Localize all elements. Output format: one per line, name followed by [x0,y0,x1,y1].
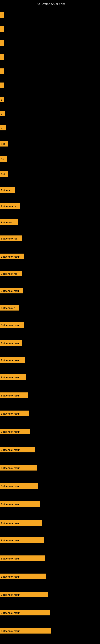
bar-item: Bot [0,141,8,147]
bar-item: Bottleneck result [0,483,38,490]
bar-label: Bottleneck re [0,203,20,209]
bar-item: Bottleneck result [0,556,45,562]
bar-label: Bottleneck result [0,357,25,363]
bar-item: Bottleneck result [0,429,30,435]
bar-item: E [0,111,5,117]
bar-item: Bottleneck result [0,374,26,381]
bar-item: Bottleneck result [0,447,35,453]
bar-item: B [0,125,6,131]
site-title: TheBottlenecker.com [0,1,100,8]
bar-item [0,68,3,75]
bar-label: Bottleneck result [0,322,24,328]
bar-item: Bottleneck res [0,271,22,277]
bar-label: B [0,125,6,130]
bar-item: Bottleneck result [0,501,40,508]
bar-item: Bottleneck resu [0,340,22,346]
bar-item: Bottleneck r [0,305,19,311]
bar-label [0,82,3,88]
bar-label: Bottleneck result [0,610,50,616]
bar-item: Bo [0,156,7,162]
bar-label: Bottleneck result [0,254,24,259]
bar-label [0,12,3,18]
bar-label: Bottleneck res [0,271,22,276]
bar-item: Bottleneck result [0,357,25,364]
bar-item: Bottleneck re [0,203,20,210]
bar-label: Bottleneck resu [0,340,22,346]
bar-item: Bot [0,171,8,178]
bar-label: Bottleneck result [0,483,38,489]
bar-label: Bottleneck result [0,465,37,470]
bar-label: Bottleneck res [0,236,22,241]
bar-item: r [0,54,4,61]
bar-label: Bottleneck result [0,374,26,380]
bar-label: Bottleneck result [0,628,51,634]
bar-item: Bottleneck result [0,254,24,260]
bar-label: Bottleneck result [0,574,47,579]
bar-item [0,40,3,47]
bar-item: Bottleneck result [0,628,51,634]
bar-label: Bottleneck result [0,410,29,416]
bar-item: Bottleneck result [0,610,50,616]
bar-item: Bottleneck result [0,465,37,471]
bar-label: Bottleneck result [0,537,44,543]
bar-item: Bottlenec [0,219,18,226]
bar-label: Bottlenec [0,219,18,225]
bar-item [0,26,3,32]
bar-label: Bottleneck result [0,520,42,526]
bar-label: E [0,111,5,116]
bar-label: Bottleneck result [0,592,48,597]
bar-label: Bottleneck result [0,556,45,561]
bar-item: Bottleneck result [0,537,44,544]
bar-label: Bot [0,171,8,177]
bar-item: Bottleneck resul [0,288,23,294]
bar-label: Bottleneck r [0,305,19,310]
bar-item: Bottleneck result [0,322,24,328]
bar-label: s [0,96,4,102]
bar-item: Bottleneck result [0,410,29,417]
bar-label [0,26,3,32]
bar-label [0,68,3,74]
bar-label: Bot [0,141,8,146]
bar-item [0,82,3,89]
bar-item: Bottleneck result [0,592,48,598]
bar-label: Bottlene [0,187,15,193]
bar-label: Bottleneck result [0,501,40,507]
bar-item: s [0,96,4,103]
bar-item: Bottleneck result [0,392,28,399]
bar-item: Bottleneck result [0,574,47,580]
bar-label: Bottleneck resul [0,288,23,294]
bar-label: Bottleneck result [0,392,28,398]
bar-label: r [0,54,4,60]
bar-item: Bottleneck result [0,520,42,527]
bar-item: Bottleneck res [0,236,22,242]
bar-label: Bottleneck result [0,429,30,434]
bar-item: Bottlene [0,187,15,194]
bar-label: Bo [0,156,7,162]
bar-label [0,40,3,46]
bar-label: Bottleneck result [0,447,35,452]
bar-item [0,12,3,18]
